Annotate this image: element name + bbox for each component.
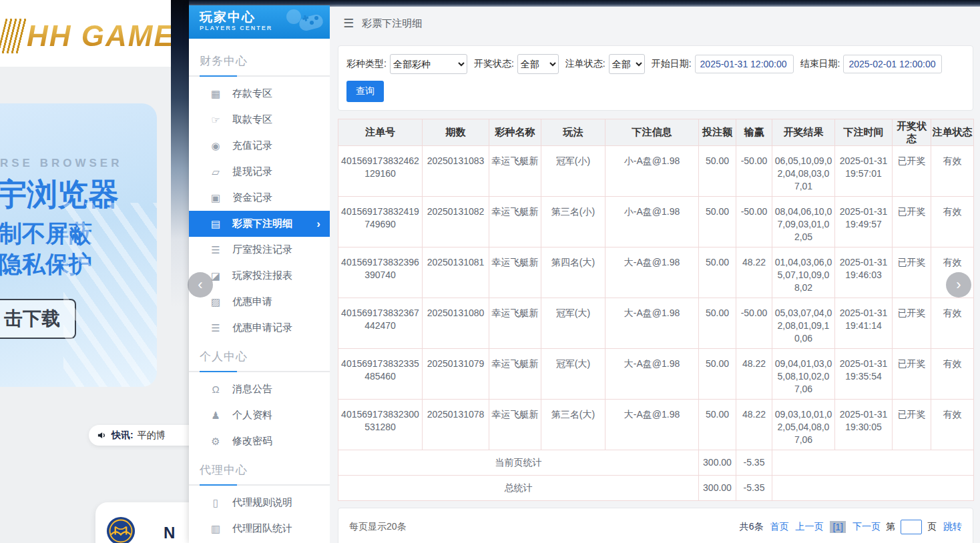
summary-row: 总统计300.00-5.35 xyxy=(338,476,974,501)
column-header: 期数 xyxy=(423,119,489,146)
end-date-input[interactable] xyxy=(843,55,942,73)
table-cell: 冠军(小) xyxy=(541,146,605,197)
table-cell: 50.00 xyxy=(699,146,736,197)
table-row: 40156917383233548546020250131079幸运飞艇新冠军(… xyxy=(338,349,974,400)
banner-feature-1: 制不屏蔽 xyxy=(0,218,92,249)
table-cell: 05,03,07,04,02,08,01,09,10,06 xyxy=(772,298,835,349)
page-size-text: 每页显示20条 xyxy=(349,521,407,533)
gamepad-icon xyxy=(282,8,326,36)
background-page: HH GAME RSE BROWSER 宇浏览器 制不屏蔽 隐私保护 击下载 快… xyxy=(0,0,189,543)
table-cell: 48.22 xyxy=(736,349,772,400)
promo-record-icon: ☰ xyxy=(209,322,222,334)
table-cell: 50.00 xyxy=(699,197,736,247)
table-cell: 2025-01-31 19:46:03 xyxy=(835,247,893,298)
backdrop-gradient xyxy=(171,0,189,307)
table-cell: 有效 xyxy=(931,197,974,247)
page-jump-input[interactable] xyxy=(901,520,922,534)
lottery-bets-icon: ▤ xyxy=(209,218,222,230)
table-cell: 幸运飞艇新 xyxy=(489,146,541,197)
sidebar-item-label: 优惠申请记录 xyxy=(232,322,292,334)
table-row: 40156917383236744247020250131080幸运飞艇新冠军(… xyxy=(338,298,974,349)
table-cell: 50.00 xyxy=(699,298,736,349)
table-cell: 20250131078 xyxy=(423,400,489,450)
table-cell: 09,04,01,03,05,08,10,02,07,06 xyxy=(772,349,835,400)
table-cell: 第三名(大) xyxy=(541,400,605,450)
team-logo-icon xyxy=(106,516,136,543)
sidebar-item[interactable]: Ω消息公告 xyxy=(189,376,330,402)
sidebar-item[interactable]: ☰厅室投注记录 xyxy=(189,237,330,263)
stats-icon: ▥ xyxy=(209,523,222,535)
sidebar-item-label: 资金记录 xyxy=(232,191,272,204)
jump-suffix: 页 xyxy=(927,521,937,533)
table-cell: 已开奖 xyxy=(893,349,931,400)
page-title: 彩票下注明细 xyxy=(362,17,422,30)
column-header: 下注信息 xyxy=(605,119,699,146)
draw-status-select[interactable]: 全部 xyxy=(517,54,559,74)
table-cell: 2025-01-31 19:41:14 xyxy=(835,298,893,349)
current-page-indicator[interactable]: [1] xyxy=(830,521,846,533)
draw-status-label: 开奖状态: xyxy=(474,58,514,70)
table-header-row: 注单号期数彩种名称玩法下注信息投注额输赢开奖结果下注时间开奖状态注单状态 xyxy=(338,119,974,146)
recharge-record-icon: ◉ xyxy=(209,140,222,152)
query-button[interactable]: 查询 xyxy=(346,81,384,102)
document-icon: ▯ xyxy=(209,497,222,509)
sidebar-item[interactable]: ▯代理规则说明 xyxy=(189,490,330,516)
banner-tagline: RSE BROWSER xyxy=(0,157,122,170)
table-cell: 小-A盘@1.98 xyxy=(605,146,699,197)
sidebar-item[interactable]: ▦存款专区 xyxy=(189,81,330,107)
news-ticker[interactable]: 快讯: 平的博 xyxy=(89,425,204,446)
bet-table-body: 40156917383246212916020250131083幸运飞艇新冠军(… xyxy=(338,146,974,501)
start-date-input[interactable] xyxy=(695,55,794,73)
sidebar-item-label: 充值记录 xyxy=(232,139,272,152)
column-header: 下注时间 xyxy=(835,119,893,146)
sidebar-item[interactable]: ☰优惠申请记录 xyxy=(189,315,330,341)
sidebar-item[interactable]: ▥代理团队统计 xyxy=(189,516,330,542)
section-underline xyxy=(189,75,330,77)
summary-row: 当前页统计300.00-5.35 xyxy=(338,450,974,476)
next-page-link[interactable]: 下一页 xyxy=(852,521,881,533)
sidebar-item-label: 代理团队统计 xyxy=(232,522,292,535)
main-content: ☰ 彩票下注明细 彩种类型: 全部彩种 开奖状态: 全部 注单状态: 全部 开始… xyxy=(330,7,980,543)
section-underline xyxy=(189,371,330,372)
table-cell: 48.22 xyxy=(736,400,772,450)
sidebar-item-label: 消息公告 xyxy=(232,383,272,396)
table-cell: 401569173832335485460 xyxy=(338,349,423,400)
hamburger-icon[interactable]: ☰ xyxy=(343,16,354,31)
lottery-type-select[interactable]: 全部彩种 xyxy=(390,54,467,74)
jump-button[interactable]: 跳转 xyxy=(943,521,962,533)
table-cell: 大-A盘@1.98 xyxy=(605,298,699,349)
sidebar-item[interactable]: ▣资金记录 xyxy=(189,185,330,211)
table-cell: 有效 xyxy=(931,400,974,450)
banner-feature-2: 隐私保护 xyxy=(0,249,92,280)
banner-title: 宇浏览器 xyxy=(0,174,119,215)
table-cell: 20250131081 xyxy=(423,247,489,298)
column-header: 注单状态 xyxy=(931,119,974,146)
table-cell: 06,05,10,09,02,04,08,03,07,01 xyxy=(772,146,835,197)
sidebar-item[interactable]: ☞取款专区 xyxy=(189,107,330,133)
funds-record-icon: ▣ xyxy=(209,192,222,204)
first-page-link[interactable]: 首页 xyxy=(770,521,788,533)
order-status-label: 注单状态: xyxy=(565,58,605,70)
column-header: 彩种名称 xyxy=(489,119,541,146)
sidebar-item[interactable]: ◉充值记录 xyxy=(189,133,330,159)
carousel-next-icon[interactable]: › xyxy=(946,272,971,298)
prev-page-link[interactable]: 上一页 xyxy=(795,521,823,533)
sidebar-item[interactable]: ▱提现记录 xyxy=(189,159,330,185)
table-cell: 已开奖 xyxy=(893,298,931,349)
table-cell: 有效 xyxy=(931,349,974,400)
table-cell: 20250131080 xyxy=(423,298,489,349)
sidebar-item[interactable]: ▤彩票下注明细› xyxy=(189,211,330,237)
withdraw-icon: ☞ xyxy=(209,114,222,126)
table-row: 40156917383230053128020250131078幸运飞艇新第三名… xyxy=(338,400,974,450)
table-cell: 401569173832300531280 xyxy=(338,400,423,450)
withdrawal-record-icon: ▱ xyxy=(209,166,222,178)
column-header: 开奖状态 xyxy=(893,119,931,146)
carousel-prev-icon[interactable]: ‹ xyxy=(188,272,213,298)
sidebar-item[interactable]: ⚙修改密码 xyxy=(189,428,330,454)
site-logo: HH GAME xyxy=(1,19,175,53)
sidebar-item-label: 修改密码 xyxy=(232,435,272,448)
sidebar-item[interactable]: ♟个人资料 xyxy=(189,402,330,428)
order-status-select[interactable]: 全部 xyxy=(609,54,645,74)
logo-stripes-icon xyxy=(0,19,28,53)
download-button[interactable]: 击下载 xyxy=(0,299,76,339)
